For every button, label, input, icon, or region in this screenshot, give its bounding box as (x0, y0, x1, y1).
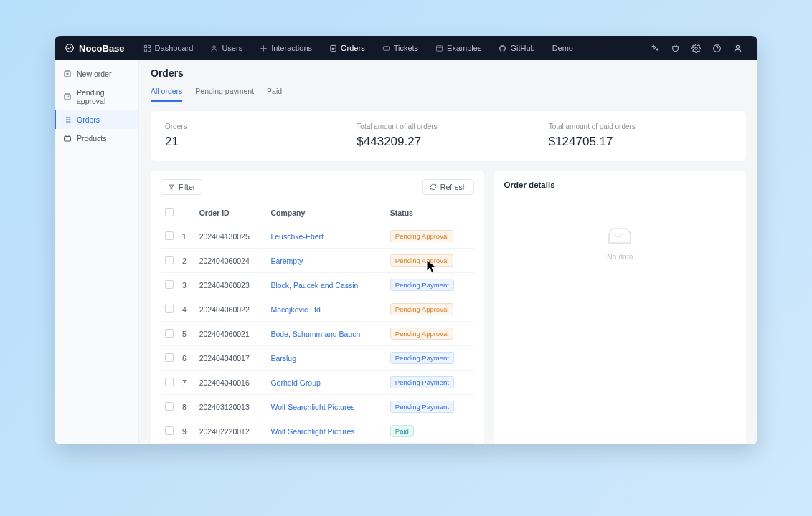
sidebar-item-pending-approval[interactable]: Pending approval (55, 83, 138, 110)
nav-tickets[interactable]: Tickets (375, 39, 425, 57)
svg-rect-2 (148, 45, 150, 47)
products-icon (63, 134, 72, 143)
company-link[interactable]: Leuschke-Ebert (270, 232, 324, 241)
svg-point-0 (66, 44, 74, 52)
nav-orders[interactable]: Orders (322, 39, 372, 57)
nav-github[interactable]: GitHub (491, 39, 542, 57)
cell-order-id: 202404060022 (195, 297, 267, 322)
checkbox-all[interactable] (165, 208, 174, 216)
app-frame: NocoBase Dashboard Users Interactions Or… (55, 36, 757, 444)
orders-icon (329, 44, 337, 52)
filter-button[interactable]: Filter (161, 179, 202, 195)
users-icon (210, 44, 218, 52)
nav-label: GitHub (510, 44, 534, 52)
user-icon[interactable] (728, 40, 747, 57)
nav-interactions[interactable]: Interactions (252, 39, 319, 57)
row-index: 3 (178, 273, 195, 297)
checkbox-row[interactable] (165, 378, 174, 386)
stat-value: $443209.27 (357, 135, 539, 149)
row-index: 2 (178, 249, 195, 273)
table-row[interactable]: 5202404060021Bode, Schumm and BauchPendi… (161, 322, 474, 346)
stat-value: 21 (165, 135, 348, 149)
cell-order-id: 202404040016 (195, 371, 267, 395)
filter-icon (168, 183, 175, 191)
status-badge: Paid (390, 425, 414, 437)
empty-icon (605, 225, 634, 247)
brand-name: NocoBase (79, 43, 125, 54)
settings-icon[interactable] (686, 40, 706, 57)
checkbox-row[interactable] (165, 426, 174, 435)
table-row[interactable]: 10202402220011Praxis CorporationPaid (161, 444, 474, 445)
col-order-id[interactable]: Order ID (195, 202, 267, 224)
cell-order-id: 202404130025 (195, 224, 267, 249)
tab-all-orders[interactable]: All orders (151, 83, 182, 102)
checkbox-row[interactable] (165, 402, 174, 411)
stat-label: Total amount of paid orders (549, 123, 732, 130)
table-row[interactable]: 1202404130025Leuschke-EbertPending Appro… (161, 224, 474, 249)
table-row[interactable]: 7202404040016Gerhold GroupPending Paymen… (161, 371, 474, 395)
col-status[interactable]: Status (386, 202, 474, 224)
nav-users[interactable]: Users (203, 39, 250, 57)
svg-rect-4 (148, 49, 150, 51)
cell-order-id: 202404060021 (195, 322, 267, 346)
tab-pending-payment[interactable]: Pending payment (195, 83, 254, 102)
nav-label: Users (222, 44, 242, 52)
status-badge: Pending Payment (390, 279, 454, 291)
nav-demo[interactable]: Demo (545, 39, 580, 57)
checkbox-row[interactable] (165, 329, 174, 338)
tab-paid[interactable]: Paid (267, 83, 282, 102)
table-row[interactable]: 9202402220012Wolf Searchlight PicturesPa… (161, 419, 474, 444)
checkbox-row[interactable] (165, 305, 174, 313)
col-company[interactable]: Company (266, 202, 385, 224)
stat-label: Total amount of all orders (357, 123, 539, 130)
orders-list-icon (63, 115, 72, 124)
row-index: 7 (178, 371, 195, 395)
status-badge: Pending Payment (390, 401, 454, 413)
svg-point-9 (695, 47, 697, 49)
row-index: 1 (178, 224, 195, 249)
company-link[interactable]: Earempty (270, 257, 303, 265)
tab-label: Pending payment (195, 87, 254, 95)
brand[interactable]: NocoBase (65, 43, 125, 54)
tabs: All orders Pending payment Paid (151, 83, 746, 102)
help-icon[interactable] (707, 40, 727, 57)
company-link[interactable]: Bode, Schumm and Bauch (270, 330, 360, 338)
topbar: NocoBase Dashboard Users Interactions Or… (55, 36, 757, 60)
company-link[interactable]: Gerhold Group (270, 378, 320, 387)
company-link[interactable]: Macejkovic Ltd (270, 305, 320, 314)
sidebar: New order Pending approval Orders Produc… (55, 60, 139, 444)
sidebar-item-products[interactable]: Products (55, 129, 138, 148)
magic-icon[interactable] (645, 40, 664, 57)
company-link[interactable]: Block, Paucek and Cassin (270, 281, 358, 290)
sidebar-item-new-order[interactable]: New order (55, 64, 138, 83)
checkbox-row[interactable] (165, 280, 174, 289)
stat-total: Total amount of all orders $443209.27 (357, 123, 539, 149)
nav-dashboard[interactable]: Dashboard (136, 39, 201, 57)
status-badge: Pending Approval (390, 303, 453, 315)
table-card: Filter Refresh Order ID (151, 171, 484, 444)
nav-label: Dashboard (155, 44, 194, 52)
table-row[interactable]: 6202404040017EarslugPending Payment (161, 346, 474, 371)
status-badge: Pending Payment (390, 376, 454, 388)
cell-order-id: 202403120013 (195, 395, 267, 419)
tickets-icon (382, 44, 390, 52)
checkbox-row[interactable] (165, 353, 174, 362)
company-link[interactable]: Wolf Searchlight Pictures (270, 403, 354, 411)
main: Orders All orders Pending payment Paid O… (139, 60, 757, 444)
brand-icon (65, 43, 75, 53)
sidebar-item-orders[interactable]: Orders (55, 110, 138, 129)
company-link[interactable]: Wolf Searchlight Pictures (270, 427, 354, 436)
plugin-icon[interactable] (666, 40, 685, 57)
nav-label: Demo (552, 44, 573, 52)
company-link[interactable]: Earslug (270, 354, 296, 363)
table-row[interactable]: 3202404060023Block, Paucek and CassinPen… (161, 273, 474, 297)
table-row[interactable]: 4202404060022Macejkovic LtdPending Appro… (161, 297, 474, 322)
table-row[interactable]: 2202404060024EaremptyPending Approval (161, 249, 474, 273)
checkbox-row[interactable] (165, 256, 174, 264)
nav-examples[interactable]: Examples (428, 39, 488, 57)
pending-approval-icon (63, 92, 72, 101)
table-row[interactable]: 8202403120013Wolf Searchlight PicturesPe… (161, 395, 474, 419)
refresh-button[interactable]: Refresh (422, 179, 474, 195)
checkbox-row[interactable] (165, 231, 174, 240)
sidebar-item-label: Products (77, 134, 106, 143)
